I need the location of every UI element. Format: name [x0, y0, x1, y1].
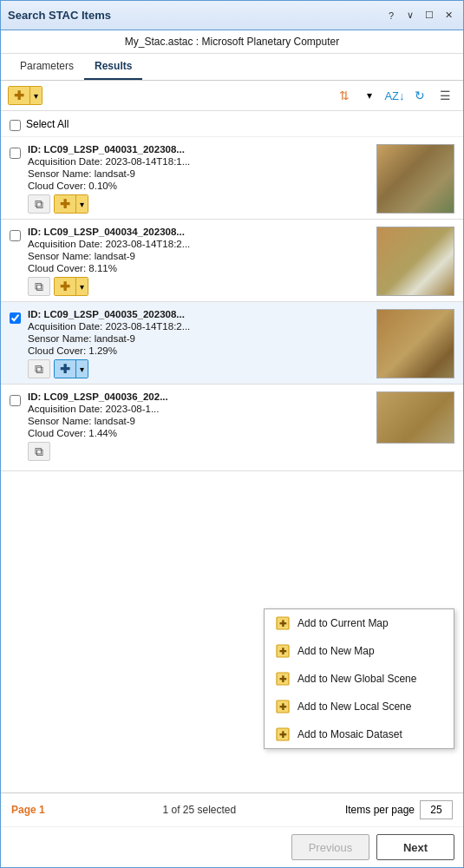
result-actions-1: ⧉ ✚: [28, 194, 369, 214]
result-acquisition-1: Acquisition Date: 2023-08-14T18:1...: [28, 156, 369, 167]
per-page-input[interactable]: [420, 800, 453, 819]
sort-dropdown-button[interactable]: [358, 85, 381, 106]
add-to-drop-1[interactable]: [75, 195, 88, 213]
selected-label: 1 of 25 selected: [54, 804, 345, 816]
dropdown-label-global-scene: Add to New Global Scene: [297, 673, 416, 685]
result-acquisition-3: Acquisition Date: 2023-08-14T18:2...: [28, 321, 369, 332]
dropdown-label-new-map: Add to New Map: [297, 645, 375, 657]
result-content-3: ID: LC09_L2SP_040035_202308... Acquisiti…: [28, 309, 369, 378]
add-to-group-1[interactable]: ✚: [54, 194, 88, 214]
dropdown-item-new-map[interactable]: ✚ Add to New Map: [265, 637, 454, 665]
result-id-2: ID: LC09_L2SP_040034_202308...: [28, 227, 369, 237]
close-button[interactable]: ✕: [441, 8, 456, 23]
add-to-group-2[interactable]: ✚: [54, 277, 88, 296]
result-thumbnail-4: [376, 391, 454, 444]
plus-icon-1: ✚: [60, 197, 70, 211]
tab-parameters[interactable]: Parameters: [10, 54, 84, 80]
window-title: Search STAC Items: [8, 9, 111, 22]
result-checkbox-1[interactable]: [10, 148, 21, 159]
svg-text:✚: ✚: [279, 647, 287, 656]
dropdown-label-local-scene: Add to New Local Scene: [297, 700, 411, 713]
details-icon: ☰: [440, 89, 451, 102]
tab-bar: Parameters Results: [1, 54, 463, 81]
result-content-2: ID: LC09_L2SP_040034_202308... Acquisiti…: [28, 227, 369, 296]
result-sensor-2: Sensor Name: landsat-9: [28, 251, 369, 261]
dropdown-item-current-map[interactable]: ✚ Add to Current Map: [265, 609, 454, 637]
add-to-drop-2[interactable]: [75, 278, 88, 295]
sort-az-icon: AZ↓: [384, 89, 404, 102]
add-to-group-3[interactable]: ✚: [54, 359, 88, 378]
sort-updown-button[interactable]: ⇅: [333, 85, 356, 106]
result-content-1: ID: LC09_L2SP_040031_202308... Acquisiti…: [28, 144, 369, 214]
main-window: Search STAC Items ? ∨ ☐ ✕ My_Stac.astac …: [0, 0, 464, 868]
plus-icon-2: ✚: [60, 279, 70, 293]
add-to-drop-3[interactable]: [75, 360, 88, 378]
select-all-bar: Select All: [1, 111, 463, 137]
result-item-4: ID: LC09_L2SP_040036_202... Acquisition …: [1, 385, 463, 471]
chevron-2: [80, 282, 84, 292]
details-button[interactable]: ☰: [434, 85, 456, 106]
result-thumbnail-3: [376, 309, 454, 378]
chevron-3: [80, 365, 84, 374]
svg-text:✚: ✚: [279, 674, 287, 684]
result-acquisition-4: Acquisition Date: 2023-08-1...: [28, 404, 369, 414]
result-cloud-2: Cloud Cover: 8.11%: [28, 263, 369, 273]
collapse-button[interactable]: ∨: [402, 8, 418, 23]
result-id-1: ID: LC09_L2SP_040031_202308...: [28, 144, 369, 155]
result-actions-4: ⧉: [28, 442, 369, 461]
result-item-3: ID: LC09_L2SP_040035_202308... Acquisiti…: [1, 302, 463, 385]
result-checkbox-3[interactable]: [10, 312, 21, 324]
add-main-button[interactable]: ✚: [9, 87, 29, 104]
sort-updown-icon: ⇅: [339, 89, 350, 102]
result-id-3: ID: LC09_L2SP_040035_202308...: [28, 309, 369, 319]
result-checkbox-4[interactable]: [10, 395, 21, 406]
per-page-label: Items per page: [345, 804, 415, 816]
svg-text:✚: ✚: [279, 702, 287, 712]
copy-icon-2: ⧉: [35, 279, 43, 294]
plus-icon-3: ✚: [60, 362, 70, 376]
restore-button[interactable]: ☐: [422, 8, 437, 23]
result-cloud-4: Cloud Cover: 1.44%: [28, 428, 369, 438]
result-actions-2: ⧉ ✚: [28, 277, 369, 296]
connection-subtitle: My_Stac.astac : Microsoft Planetary Comp…: [1, 30, 463, 54]
result-cloud-1: Cloud Cover: 0.10%: [28, 181, 369, 191]
previous-button[interactable]: Previous: [291, 834, 369, 860]
result-thumbnail-2: [376, 227, 454, 296]
toolbar-right: ⇅ AZ↓ ↻ ☰: [333, 85, 456, 106]
dropdown-item-mosaic[interactable]: ✚ Add to Mosaic Dataset: [265, 720, 454, 748]
result-content-4: ID: LC09_L2SP_040036_202... Acquisition …: [28, 391, 369, 461]
title-bar: Search STAC Items ? ∨ ☐ ✕: [1, 1, 463, 30]
copy-button-1[interactable]: ⧉: [28, 194, 50, 214]
add-mosaic-icon: ✚: [275, 727, 291, 742]
result-sensor-4: Sensor Name: landsat-9: [28, 416, 369, 426]
add-to-main-1[interactable]: ✚: [55, 195, 75, 213]
add-local-icon: ✚: [275, 699, 291, 714]
copy-button-2[interactable]: ⧉: [28, 277, 50, 296]
result-cloud-3: Cloud Cover: 1.29%: [28, 345, 369, 356]
result-item-1: ID: LC09_L2SP_040031_202308... Acquisiti…: [1, 137, 463, 220]
nav-buttons: Previous Next: [1, 826, 463, 867]
copy-button-4[interactable]: ⧉: [28, 442, 50, 461]
page-label: Page 1: [11, 804, 45, 816]
svg-text:✚: ✚: [279, 619, 287, 628]
select-all-label: Select All: [26, 118, 69, 130]
dropdown-item-global-scene[interactable]: ✚ Add to New Global Scene: [265, 665, 454, 693]
refresh-icon: ↻: [415, 89, 425, 102]
sort-az-button[interactable]: AZ↓: [383, 85, 406, 106]
tab-results[interactable]: Results: [84, 54, 142, 80]
add-to-main-2[interactable]: ✚: [55, 278, 75, 295]
dropdown-item-local-scene[interactable]: ✚ Add to New Local Scene: [265, 693, 454, 720]
add-map-icon-2: ✚: [275, 643, 291, 659]
result-item-2: ID: LC09_L2SP_040034_202308... Acquisiti…: [1, 220, 463, 302]
select-all-checkbox[interactable]: [10, 120, 21, 131]
help-button[interactable]: ?: [383, 8, 399, 23]
add-button-group[interactable]: ✚: [8, 86, 42, 105]
result-checkbox-2[interactable]: [10, 230, 21, 241]
next-button[interactable]: Next: [376, 834, 454, 860]
copy-icon-4: ⧉: [35, 444, 43, 459]
toolbar: ✚ ⇅ AZ↓ ↻ ☰: [1, 81, 463, 111]
add-dropdown-button[interactable]: [29, 87, 42, 104]
refresh-button[interactable]: ↻: [408, 85, 431, 106]
add-to-main-3[interactable]: ✚: [55, 360, 75, 378]
copy-button-3[interactable]: ⧉: [28, 359, 50, 378]
